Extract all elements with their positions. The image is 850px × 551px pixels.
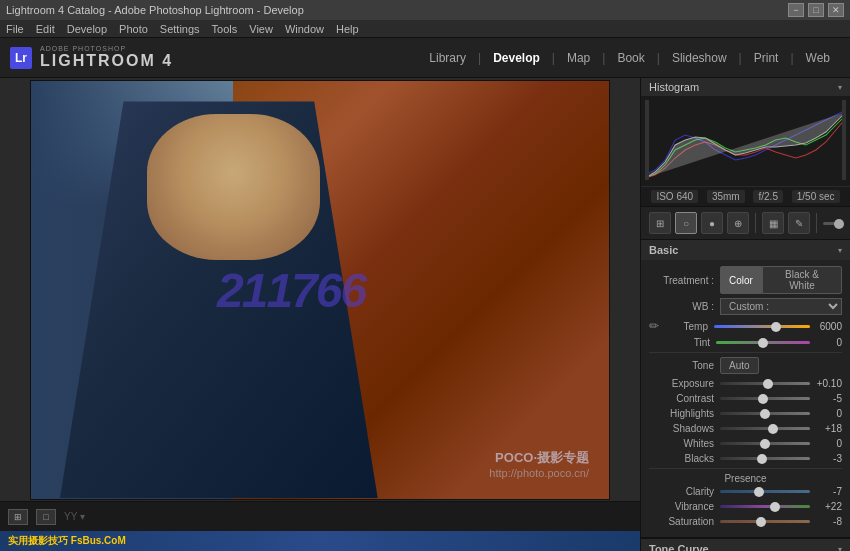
saturation-slider[interactable] [720, 520, 810, 523]
tab-library[interactable]: Library [419, 47, 476, 69]
contrast-thumb[interactable] [758, 394, 768, 404]
minimize-button[interactable]: − [788, 3, 804, 17]
eyedropper-icon[interactable]: ✏ [649, 319, 659, 333]
temp-slider[interactable] [714, 325, 810, 328]
menu-window[interactable]: Window [285, 23, 324, 35]
photo-frame: 211766 POCO·摄影专题 http://photo.poco.cn/ [30, 80, 610, 500]
logo-area: Lr ADOBE PHOTOSHOP LIGHTROOM 4 [10, 45, 173, 70]
exposure-thumb[interactable] [763, 379, 773, 389]
grid-view-button[interactable]: ⊞ [8, 509, 28, 525]
histogram-section: Histogram ▾ [641, 78, 850, 207]
tab-book[interactable]: Book [607, 47, 654, 69]
vibrance-thumb[interactable] [770, 502, 780, 512]
menu-develop[interactable]: Develop [67, 23, 107, 35]
contrast-slider[interactable] [720, 397, 810, 400]
menu-photo[interactable]: Photo [119, 23, 148, 35]
clarity-row: Clarity -7 [649, 486, 842, 497]
temp-row: ✏ Temp 6000 [649, 319, 842, 333]
menu-help[interactable]: Help [336, 23, 359, 35]
highlights-label: Highlights [649, 408, 714, 419]
histogram-header[interactable]: Histogram ▾ [641, 78, 850, 96]
nav-separator: | [478, 51, 481, 65]
close-button[interactable]: ✕ [828, 3, 844, 17]
temp-thumb[interactable] [771, 322, 781, 332]
app: Lr ADOBE PHOTOSHOP LIGHTROOM 4 Library |… [0, 38, 850, 551]
basic-title: Basic [649, 244, 678, 256]
blacks-slider[interactable] [720, 457, 810, 460]
svg-rect-1 [645, 100, 649, 180]
tab-map[interactable]: Map [557, 47, 600, 69]
highlights-slider[interactable] [720, 412, 810, 415]
tone-curve-arrow-icon: ▾ [838, 545, 842, 552]
tint-thumb[interactable] [758, 338, 768, 348]
lr-badge: Lr [10, 47, 32, 69]
tone-row: Tone Auto [649, 357, 842, 374]
brush-tool[interactable]: ✎ [788, 212, 810, 234]
clarity-slider[interactable] [720, 490, 810, 493]
spot-tool[interactable]: ● [701, 212, 723, 234]
titlebar: Lightroom 4 Catalog - Adobe Photoshop Li… [0, 0, 850, 20]
shadows-slider[interactable] [720, 427, 810, 430]
saturation-control: -8 [720, 516, 842, 527]
vibrance-label: Vibrance [649, 501, 714, 512]
iso-value: ISO 640 [651, 190, 698, 203]
clarity-thumb[interactable] [754, 487, 764, 497]
tool-separator [755, 213, 756, 233]
saturation-label: Saturation [649, 516, 714, 527]
tone-curve-header[interactable]: Tone Curve ▾ [641, 538, 850, 551]
divider-2 [649, 468, 842, 469]
treatment-btn-group: Color Black & White [720, 266, 842, 294]
grid-tool[interactable]: ⊞ [649, 212, 671, 234]
vibrance-row: Vibrance +22 [649, 501, 842, 512]
bottom-banner-text: 实用摄影技巧 FsBus.CoM [8, 534, 126, 548]
menu-settings[interactable]: Settings [160, 23, 200, 35]
bottom-banner: 实用摄影技巧 FsBus.CoM [0, 531, 640, 551]
tool-slider-thumb[interactable] [834, 219, 844, 229]
bw-button[interactable]: Black & White [762, 266, 842, 294]
whites-control: 0 [720, 438, 842, 449]
tab-develop[interactable]: Develop [483, 47, 550, 69]
menu-file[interactable]: File [6, 23, 24, 35]
logo-bottom: LIGHTROOM 4 [40, 52, 173, 70]
whites-slider[interactable] [720, 442, 810, 445]
loupe-view-button[interactable]: □ [36, 509, 56, 525]
histogram-area [641, 96, 850, 186]
blacks-thumb[interactable] [757, 454, 767, 464]
vibrance-slider[interactable] [720, 505, 810, 508]
highlights-thumb[interactable] [760, 409, 770, 419]
color-button[interactable]: Color [720, 266, 762, 294]
tab-print[interactable]: Print [744, 47, 789, 69]
presence-title: Presence [649, 473, 842, 484]
tab-slideshow[interactable]: Slideshow [662, 47, 737, 69]
menu-view[interactable]: View [249, 23, 273, 35]
menu-tools[interactable]: Tools [212, 23, 238, 35]
zoom-label: YY ▾ [64, 511, 85, 522]
camera-info: ISO 640 35mm f/2.5 1/50 sec [641, 186, 850, 206]
wb-select[interactable]: Custom : As Shot Auto Daylight Cloudy Sh… [720, 298, 842, 315]
tool-slider[interactable] [823, 222, 842, 225]
tab-web[interactable]: Web [796, 47, 840, 69]
gradient-tool[interactable]: ▦ [762, 212, 784, 234]
header: Lr ADOBE PHOTOSHOP LIGHTROOM 4 Library |… [0, 38, 850, 78]
saturation-thumb[interactable] [756, 517, 766, 527]
temp-control: 6000 [714, 321, 842, 332]
crop-tool[interactable]: ○ [675, 212, 697, 234]
auto-button[interactable]: Auto [720, 357, 759, 374]
contrast-control: -5 [720, 393, 842, 404]
redeye-tool[interactable]: ⊕ [727, 212, 749, 234]
clarity-label: Clarity [649, 486, 714, 497]
shadows-thumb[interactable] [768, 424, 778, 434]
treatment-row: Treatment : Color Black & White [649, 266, 842, 294]
watermark-logo: POCO·摄影专题 [489, 449, 589, 467]
exposure-slider[interactable] [720, 382, 810, 385]
contrast-row: Contrast -5 [649, 393, 842, 404]
menu-edit[interactable]: Edit [36, 23, 55, 35]
exposure-control: +0.10 [720, 378, 842, 389]
blacks-label: Blacks [649, 453, 714, 464]
basic-panel-header[interactable]: Basic ▾ [641, 240, 850, 260]
saturation-value: -8 [814, 516, 842, 527]
vibrance-value: +22 [814, 501, 842, 512]
whites-thumb[interactable] [760, 439, 770, 449]
tint-slider[interactable] [716, 341, 810, 344]
maximize-button[interactable]: □ [808, 3, 824, 17]
